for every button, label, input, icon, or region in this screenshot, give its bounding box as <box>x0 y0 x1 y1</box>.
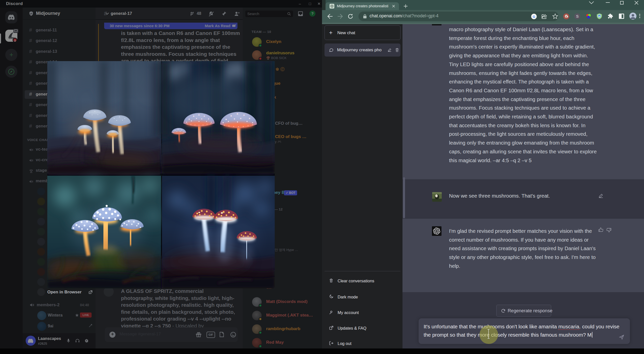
svg-text:G: G <box>533 15 535 19</box>
